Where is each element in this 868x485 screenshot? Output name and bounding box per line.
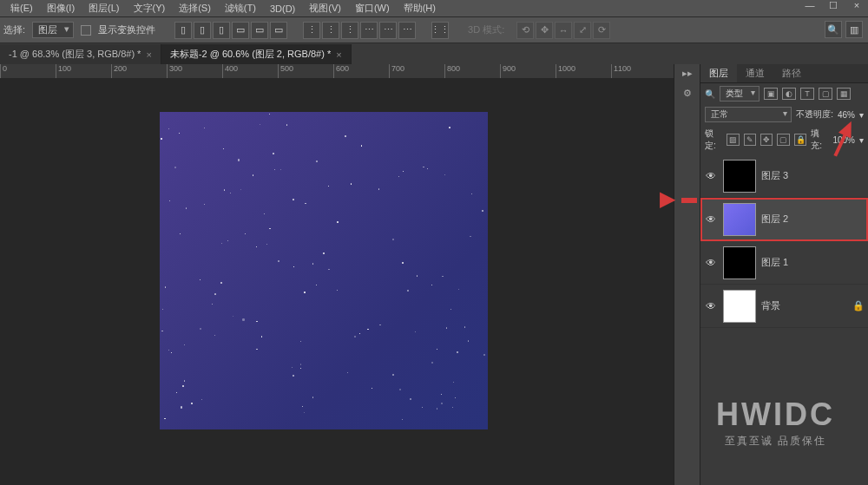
layer-name[interactable]: 图层 2 xyxy=(761,213,865,226)
distribute-right-icon[interactable]: ⋮ xyxy=(341,22,358,39)
3d-rotate-icon: ⟳ xyxy=(593,22,610,39)
menu-image[interactable]: 图像(I) xyxy=(40,2,82,15)
tab-label: -1 @ 68.3% (图层 3, RGB/8#) * xyxy=(9,48,141,61)
canvas[interactable] xyxy=(160,112,488,429)
annotation-arrow-line xyxy=(681,198,697,203)
visibility-toggle[interactable]: 👁 xyxy=(704,170,718,182)
close-icon[interactable]: × xyxy=(336,49,341,60)
filter-pixel-icon[interactable]: ▣ xyxy=(764,88,778,100)
visibility-toggle[interactable]: 👁 xyxy=(704,257,718,269)
tab-label: 未标题-2 @ 60.6% (图层 2, RGB/8#) * xyxy=(170,48,331,61)
minimize-button[interactable]: — xyxy=(800,0,819,14)
lock-transparency-icon[interactable]: ▨ xyxy=(727,134,739,146)
menu-layer[interactable]: 图层(L) xyxy=(82,2,126,15)
layer-row[interactable]: 👁 图层 2 xyxy=(700,198,868,241)
distribute-vcenter-icon[interactable]: ⋯ xyxy=(379,22,397,39)
mode-3d-label: 3D 模式: xyxy=(468,23,504,36)
menu-type[interactable]: 文字(Y) xyxy=(127,2,173,15)
menu-window[interactable]: 窗口(W) xyxy=(348,2,397,15)
menu-3d[interactable]: 3D(D) xyxy=(263,3,302,14)
menu-edit[interactable]: 辑(E) xyxy=(3,2,40,15)
3d-slide-icon: ↔ xyxy=(555,22,572,39)
adjustments-icon[interactable]: ⚙ xyxy=(683,88,692,99)
menubar: 辑(E) 图像(I) 图层(L) 文字(Y) 选择(S) 滤镜(T) 3D(D)… xyxy=(0,0,868,17)
tab-paths[interactable]: 路径 xyxy=(773,64,810,82)
target-layer-dropdown[interactable]: 图层 xyxy=(32,22,74,38)
opacity-label: 不透明度: xyxy=(796,108,833,121)
show-transform-label: 显示变换控件 xyxy=(98,23,155,36)
select-label: 选择: xyxy=(3,23,25,36)
layer-row[interactable]: 👁 图层 3 xyxy=(700,154,868,198)
horizontal-ruler: 0 100 200 300 400 500 600 700 800 900 10… xyxy=(0,64,674,78)
align-right-icon[interactable]: ▯ xyxy=(213,22,230,39)
layer-name[interactable]: 图层 1 xyxy=(761,256,865,269)
layer-thumbnail[interactable] xyxy=(723,290,756,323)
layer-thumbnail[interactable] xyxy=(723,160,756,193)
collapse-panel-icon[interactable]: ▸▸ xyxy=(682,68,693,79)
distribute-left-icon[interactable]: ⋮ xyxy=(303,22,320,39)
show-transform-checkbox[interactable] xyxy=(81,25,91,36)
fill-label: 填充: xyxy=(811,128,828,152)
lock-paint-icon[interactable]: ✎ xyxy=(744,134,756,146)
close-icon[interactable]: × xyxy=(146,49,151,60)
annotation-arrow-layer: ▶ xyxy=(660,187,675,211)
visibility-toggle[interactable]: 👁 xyxy=(704,300,718,312)
layer-name[interactable]: 图层 3 xyxy=(761,169,865,182)
maximize-button[interactable]: ☐ xyxy=(824,0,843,14)
watermark: HWIDC xyxy=(716,397,835,433)
layer-row[interactable]: 👁 背景 🔒 xyxy=(700,285,868,328)
more-align-icon[interactable]: ⋮⋮ xyxy=(431,22,449,39)
opacity-chevron-icon[interactable]: ▾ xyxy=(859,110,864,120)
tab-layers[interactable]: 图层 xyxy=(700,64,737,82)
panel-gutter: ▸▸ ⚙ xyxy=(674,64,700,485)
document-tab-1[interactable]: -1 @ 68.3% (图层 3, RGB/8#) * × xyxy=(0,44,161,64)
watermark-sub: 至真至诚 品质保住 xyxy=(725,434,826,449)
search-button[interactable]: 🔍 xyxy=(825,21,842,38)
filter-type-dropdown[interactable]: 类型 xyxy=(720,86,760,102)
opacity-value[interactable]: 46% xyxy=(838,110,855,120)
align-top-icon[interactable]: ▭ xyxy=(232,22,249,39)
layer-thumbnail[interactable] xyxy=(723,246,756,279)
lock-label: 锁定: xyxy=(705,128,722,152)
distribute-bottom-icon[interactable]: ⋯ xyxy=(398,22,416,39)
align-bottom-icon[interactable]: ▭ xyxy=(270,22,287,39)
search-icon: 🔍 xyxy=(705,89,715,99)
layer-name[interactable]: 背景 xyxy=(761,299,847,312)
layer-row[interactable]: 👁 图层 1 xyxy=(700,241,868,285)
menu-view[interactable]: 视图(V) xyxy=(302,2,348,15)
filter-smart-icon[interactable]: ▦ xyxy=(837,88,851,100)
document-tabs: -1 @ 68.3% (图层 3, RGB/8#) * × 未标题-2 @ 60… xyxy=(0,43,868,64)
align-left-icon[interactable]: ▯ xyxy=(174,22,192,39)
align-vcenter-icon[interactable]: ▭ xyxy=(251,22,268,39)
menu-filter[interactable]: 滤镜(T) xyxy=(218,2,263,15)
lock-artboard-icon[interactable]: ▢ xyxy=(777,134,789,146)
blend-mode-dropdown[interactable]: 正常 xyxy=(705,107,792,122)
options-bar: 选择: 图层 显示变换控件 ▯ ▯ ▯ ▭ ▭ ▭ ⋮ ⋮ ⋮ ⋯ ⋯ ⋯ ⋮⋮… xyxy=(0,17,868,43)
close-button[interactable]: × xyxy=(847,0,866,14)
lock-position-icon[interactable]: ✥ xyxy=(760,134,773,146)
window-controls: — ☐ × xyxy=(800,0,866,14)
layer-thumbnail[interactable] xyxy=(723,203,756,236)
filter-shape-icon[interactable]: ▢ xyxy=(819,88,832,100)
canvas-area: 0 100 200 300 400 500 600 700 800 900 10… xyxy=(0,64,674,485)
distribute-hcenter-icon[interactable]: ⋮ xyxy=(322,22,339,39)
3d-scale-icon: ⤢ xyxy=(574,22,591,39)
menu-select[interactable]: 选择(S) xyxy=(172,2,218,15)
lock-all-icon[interactable]: 🔒 xyxy=(794,134,806,146)
fill-chevron-icon[interactable]: ▾ xyxy=(859,135,864,145)
distribute-top-icon[interactable]: ⋯ xyxy=(360,22,378,39)
3d-pan-icon: ✥ xyxy=(536,22,553,39)
visibility-toggle[interactable]: 👁 xyxy=(704,213,718,226)
filter-adjust-icon[interactable]: ◐ xyxy=(782,88,796,100)
lock-icon: 🔒 xyxy=(852,300,865,311)
document-tab-2[interactable]: 未标题-2 @ 60.6% (图层 2, RGB/8#) * × xyxy=(161,44,352,64)
panel-tabs: 图层 通道 路径 xyxy=(700,64,868,83)
workspace-switcher-icon[interactable]: ▥ xyxy=(845,21,863,38)
filter-type-icon[interactable]: T xyxy=(800,88,814,100)
3d-orbit-icon: ⟲ xyxy=(516,22,534,39)
menu-help[interactable]: 帮助(H) xyxy=(397,2,443,15)
tab-channels[interactable]: 通道 xyxy=(737,64,773,82)
align-hcenter-icon[interactable]: ▯ xyxy=(194,22,211,39)
